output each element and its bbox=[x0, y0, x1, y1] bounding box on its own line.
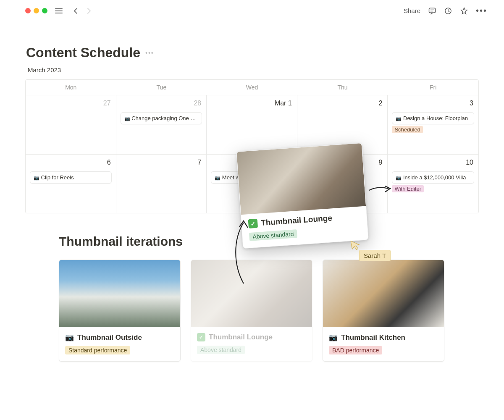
topbar: Share ••• bbox=[0, 0, 504, 16]
thumbnail-status-tag: Standard performance bbox=[65, 346, 130, 354]
thumbnail-image bbox=[323, 260, 444, 327]
topbar-right: Share ••• bbox=[404, 6, 487, 16]
camera-icon: 📷 bbox=[215, 175, 220, 180]
camera-icon: 📷 bbox=[396, 175, 402, 180]
thumbnail-card[interactable]: 📷 Thumbnail OutsideStandard performance bbox=[59, 260, 181, 362]
thumbnail-image bbox=[59, 260, 180, 327]
calendar-dayname: Mon bbox=[26, 80, 116, 95]
calendar-dayname: Tue bbox=[116, 80, 207, 95]
floating-card-image bbox=[236, 143, 366, 215]
thumbnail-image bbox=[191, 260, 312, 327]
calendar-daynum: 9 bbox=[378, 159, 382, 166]
thumbnail-cards-row: 📷 Thumbnail OutsideStandard performance✓… bbox=[59, 260, 504, 362]
calendar-cell[interactable]: 10📷 Inside a $12,000,000 VillaWith Edite… bbox=[388, 154, 478, 213]
sidebar-toggle-icon[interactable] bbox=[55, 8, 63, 13]
window-minimize-icon[interactable] bbox=[34, 8, 39, 13]
calendar-daynames: MonTueWedThuFri bbox=[26, 80, 478, 95]
thumbnail-title: 📷 Thumbnail Outside bbox=[65, 333, 174, 342]
camera-icon: 📷 bbox=[396, 116, 402, 121]
more-icon[interactable]: ••• bbox=[476, 6, 487, 16]
thumbnail-status-tag: BAD performance bbox=[329, 346, 382, 354]
calendar-daynum: Mar 1 bbox=[275, 100, 292, 107]
forward-icon[interactable] bbox=[84, 7, 93, 15]
calendar-daynum: 10 bbox=[466, 159, 473, 166]
thumbnail-title: ✓ Thumbnail Lounge bbox=[197, 333, 306, 341]
floating-card-title: ✓ Thumbnail Lounge bbox=[248, 212, 360, 229]
calendar-cell[interactable]: 6📷 Clip for Reels bbox=[26, 154, 116, 213]
calendar-daynum: 6 bbox=[107, 159, 111, 166]
window-traffic-lights[interactable] bbox=[25, 8, 47, 13]
comments-icon[interactable] bbox=[428, 7, 436, 15]
history-icon[interactable] bbox=[444, 7, 452, 15]
calendar-cell[interactable]: 27 bbox=[26, 95, 116, 154]
favorite-star-icon[interactable] bbox=[460, 7, 468, 15]
calendar-event-chip[interactable]: 📷 Inside a $12,000,000 Villa bbox=[392, 171, 474, 184]
camera-icon: 📷 bbox=[34, 175, 39, 180]
thumbnail-card[interactable]: ✓ Thumbnail LoungeAbove standard bbox=[191, 260, 312, 362]
share-button[interactable]: Share bbox=[404, 7, 420, 14]
svg-rect-0 bbox=[429, 8, 435, 13]
page-title-row: Content Schedule ••• bbox=[26, 45, 504, 60]
page-title: Content Schedule bbox=[26, 45, 140, 60]
calendar-daynum: 3 bbox=[470, 100, 473, 107]
calendar-cell[interactable]: 7 bbox=[116, 154, 207, 213]
window-close-icon[interactable] bbox=[25, 8, 31, 13]
nav-arrows bbox=[72, 7, 93, 15]
event-status-tag: With Editer bbox=[392, 185, 424, 192]
calendar-cell[interactable]: 28📷 Change packaging One … bbox=[116, 95, 207, 154]
collaborator-name-badge: Sarah T bbox=[359, 250, 391, 261]
floating-drag-card[interactable]: ✓ Thumbnail Lounge Above standard bbox=[236, 143, 368, 249]
camera-icon: 📷 bbox=[329, 333, 338, 342]
floating-card-status: Above standard bbox=[249, 229, 297, 241]
calendar-daynum: 2 bbox=[378, 100, 382, 107]
window-zoom-icon[interactable] bbox=[42, 8, 47, 13]
calendar-dayname: Fri bbox=[388, 80, 478, 95]
page-title-more-icon[interactable]: ••• bbox=[145, 50, 154, 56]
thumbnail-status-tag: Above standard bbox=[197, 346, 245, 354]
camera-icon: 📷 bbox=[124, 116, 130, 121]
topbar-left bbox=[25, 7, 93, 15]
calendar-event-chip[interactable]: 📷 Change packaging One … bbox=[121, 112, 202, 124]
back-icon[interactable] bbox=[72, 7, 80, 15]
thumbnail-section: Thumbnail iterations 📷 Thumbnail Outside… bbox=[59, 234, 504, 362]
thumbnail-title: 📷 Thumbnail Kitchen bbox=[329, 333, 438, 342]
calendar-month-label: March 2023 bbox=[28, 66, 504, 74]
calendar-cell[interactable]: Mar 1 bbox=[207, 95, 297, 154]
calendar-dayname: Thu bbox=[297, 80, 388, 95]
checkmark-icon: ✓ bbox=[248, 219, 258, 228]
calendar-daynum: 28 bbox=[194, 100, 201, 107]
camera-icon: 📷 bbox=[65, 333, 74, 342]
calendar-daynum: 7 bbox=[197, 159, 201, 166]
thumbnail-card[interactable]: 📷 Thumbnail KitchenBAD performance bbox=[323, 260, 444, 362]
calendar-event-chip[interactable]: 📷 Clip for Reels bbox=[30, 171, 112, 184]
checkmark-icon: ✓ bbox=[197, 333, 205, 341]
calendar-event-chip[interactable]: 📷 Design a House: Floorplan bbox=[392, 112, 474, 124]
calendar-cell[interactable]: 3📷 Design a House: FloorplanScheduled bbox=[388, 95, 478, 154]
event-status-tag: Scheduled bbox=[392, 126, 423, 133]
calendar-daynum: 27 bbox=[103, 100, 111, 107]
calendar-dayname: Wed bbox=[207, 80, 297, 95]
